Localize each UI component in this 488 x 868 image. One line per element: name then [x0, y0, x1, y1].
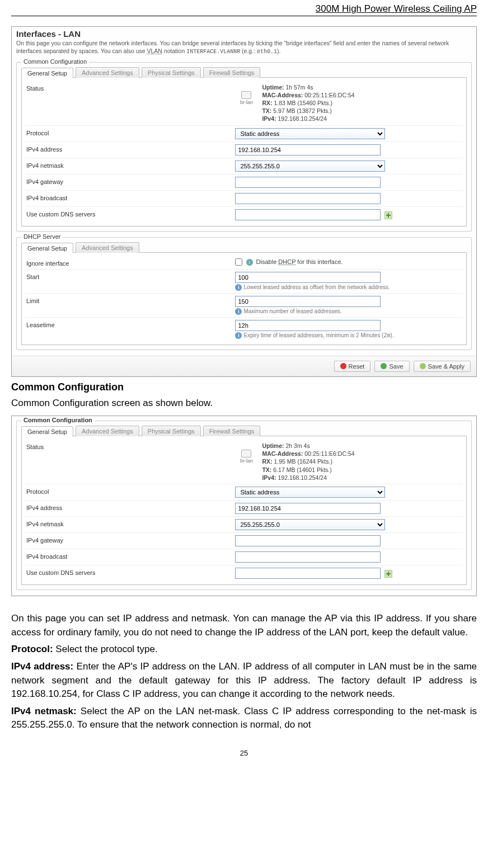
ignore-hint: Disable DHCP for this interface.	[256, 258, 343, 265]
common-config-fieldset: Common Configuration General Setup Advan…	[16, 62, 472, 232]
tab-advanced-settings[interactable]: Advanced Settings	[76, 242, 139, 253]
leasetime-label: Leasetime	[26, 320, 235, 328]
ipv4-netmask-select[interactable]: 255.255.255.0	[235, 519, 385, 530]
ipv4-broadcast-label: IPv4 broadcast	[26, 551, 235, 560]
ipv4-address-input[interactable]	[235, 144, 381, 155]
config-tabs: General Setup Advanced Settings Physical…	[21, 67, 467, 78]
tab-general-setup[interactable]: General Setup	[21, 426, 73, 437]
status-details: Uptime: 1h 57m 4s MAC-Address: 00:25:11:…	[262, 83, 354, 123]
page-header: 300M High Power Wireless Ceiling AP	[11, 0, 477, 16]
config-tabs-2: General Setup Advanced Settings Physical…	[21, 426, 467, 436]
ipv4-netmask-label: IPv4 netmask	[26, 519, 235, 527]
tab-physical-settings[interactable]: Physical Settings	[142, 67, 201, 78]
paragraph: On this page you can set IP address and …	[11, 612, 477, 639]
protocol-select[interactable]: Static address	[235, 128, 385, 139]
save-button[interactable]: Save	[374, 361, 409, 372]
paragraph: IPv4 netmask: Select the AP on the LAN n…	[11, 705, 477, 732]
info-icon: i	[246, 259, 253, 266]
ipv4-broadcast-input[interactable]	[235, 551, 381, 563]
ipv4-address-label: IPv4 address	[26, 144, 235, 153]
dns-input[interactable]	[235, 209, 381, 220]
panel-title: Interfaces - LAN	[12, 27, 476, 39]
info-icon: i	[235, 284, 242, 291]
network-icon	[241, 91, 251, 99]
button-bar: Reset Save Save & Apply	[12, 356, 476, 376]
status-label: Status	[26, 83, 235, 92]
fieldset-legend: Common Configuration	[21, 58, 89, 65]
info-icon: i	[235, 308, 242, 315]
panel-description: On this page you can configure the netwo…	[12, 39, 476, 59]
ipv4-gateway-label: IPv4 gateway	[26, 177, 235, 185]
common-config-fieldset-2: Common Configuration General Setup Advan…	[16, 421, 472, 590]
tab-firewall-settings[interactable]: Firewall Settings	[203, 67, 261, 78]
ipv4-address-label: IPv4 address	[26, 503, 235, 511]
leasetime-hint: iExpiry time of leased addresses, minimu…	[235, 332, 462, 339]
fieldset-legend: DHCP Server	[21, 233, 63, 240]
dhcp-tabs: General Setup Advanced Settings	[21, 242, 467, 253]
apply-icon	[420, 363, 426, 369]
start-label: Start	[26, 272, 235, 280]
paragraph: IPv4 address: Enter the AP's IP address …	[11, 660, 477, 701]
fieldset-legend: Common Configuration	[21, 417, 95, 423]
tab-general-setup[interactable]: General Setup	[21, 68, 73, 78]
limit-hint: iMaximum number of leased addresses.	[235, 308, 462, 315]
tab-advanced-settings[interactable]: Advanced Settings	[76, 426, 139, 436]
leasetime-input[interactable]	[235, 320, 381, 331]
limit-input[interactable]	[235, 296, 381, 307]
protocol-label: Protocol	[26, 487, 235, 495]
dhcp-server-fieldset: DHCP Server General Setup Advanced Setti…	[16, 237, 472, 350]
status-label: Status	[26, 442, 235, 450]
save-apply-button[interactable]: Save & Apply	[414, 361, 471, 372]
ipv4-netmask-label: IPv4 netmask	[26, 161, 235, 169]
tab-advanced-settings[interactable]: Advanced Settings	[76, 67, 139, 78]
dns-label: Use custom DNS servers	[26, 209, 235, 218]
section-heading: Common Configuration	[11, 381, 477, 393]
page-number: 25	[11, 749, 477, 757]
tab-physical-settings[interactable]: Physical Settings	[142, 426, 201, 436]
tab-general-setup[interactable]: General Setup	[21, 243, 73, 253]
start-input[interactable]	[235, 272, 381, 283]
add-icon[interactable]	[384, 211, 392, 219]
interface-icon: br-lan	[235, 91, 257, 106]
protocol-select[interactable]: Static address	[235, 487, 385, 498]
dns-label: Use custom DNS servers	[26, 568, 235, 576]
ipv4-address-input[interactable]	[235, 503, 381, 514]
ipv4-gateway-label: IPv4 gateway	[26, 535, 235, 544]
protocol-label: Protocol	[26, 128, 235, 136]
interface-icon: br-lan	[235, 450, 257, 464]
dns-input[interactable]	[235, 568, 381, 579]
ignore-interface-label: Ignore interface	[26, 258, 235, 267]
ipv4-gateway-input[interactable]	[235, 535, 381, 546]
start-hint: iLowest leased address as offset from th…	[235, 284, 462, 291]
ipv4-gateway-input[interactable]	[235, 177, 381, 188]
section-subtext: Common Configuration screen as shown bel…	[11, 397, 477, 411]
paragraph: Protocol: Select the protocol type.	[11, 643, 477, 657]
ipv4-broadcast-label: IPv4 broadcast	[26, 193, 235, 201]
screenshot-interfaces-lan: Interfaces - LAN On this page you can co…	[11, 26, 477, 377]
reset-button[interactable]: Reset	[334, 361, 371, 372]
add-icon[interactable]	[384, 570, 392, 578]
network-icon	[241, 450, 251, 457]
limit-label: Limit	[26, 296, 235, 304]
ipv4-netmask-select[interactable]: 255.255.255.0	[235, 161, 385, 172]
ignore-interface-checkbox[interactable]	[235, 258, 242, 266]
tab-firewall-settings[interactable]: Firewall Settings	[203, 426, 261, 436]
save-icon	[381, 363, 387, 369]
status-details: Uptime: 2h 3m 4s MAC-Address: 00:25:11:E…	[262, 442, 354, 482]
screenshot-common-config: Common Configuration General Setup Advan…	[11, 416, 477, 596]
info-icon: i	[235, 332, 242, 339]
reset-icon	[340, 363, 346, 369]
ipv4-broadcast-input[interactable]	[235, 193, 381, 204]
